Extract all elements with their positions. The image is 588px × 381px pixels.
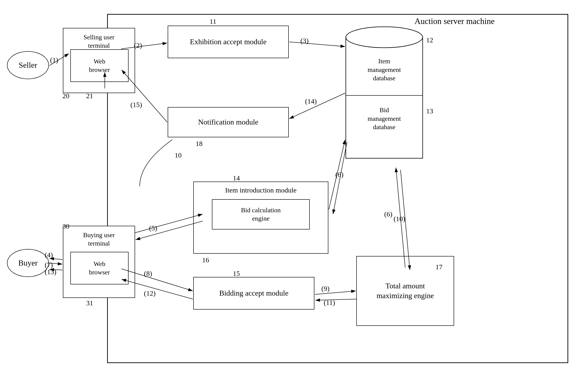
svg-line-37 bbox=[49, 270, 63, 270]
label-31: 31 bbox=[86, 299, 93, 307]
label-18: 18 bbox=[196, 140, 203, 148]
label-12: 12 bbox=[426, 36, 433, 44]
label-14: 14 bbox=[233, 174, 240, 182]
label-21: 21 bbox=[86, 92, 93, 100]
svg-point-1 bbox=[346, 27, 423, 48]
selling-terminal-box: Selling user terminal Web browser bbox=[63, 28, 135, 93]
exhibition-module: Exhibition accept module bbox=[168, 26, 289, 58]
database-cylinder: Item management database Bid management … bbox=[345, 23, 424, 163]
buyer-web-browser: Web browser bbox=[70, 252, 128, 284]
bid-db-label: Bid management database bbox=[352, 100, 417, 137]
buyer-ellipse: Buyer bbox=[7, 249, 49, 277]
diagram: Auction server machine Seller Selling us… bbox=[0, 0, 588, 381]
label-20: 20 bbox=[63, 92, 69, 100]
server-machine-box bbox=[107, 14, 568, 363]
label-13: 13 bbox=[426, 107, 433, 115]
svg-line-35 bbox=[49, 263, 63, 264]
seller-web-browser: Web browser bbox=[70, 49, 128, 82]
server-label: Auction server machine bbox=[415, 16, 495, 26]
label-15: 15 bbox=[233, 270, 240, 278]
label-16: 16 bbox=[202, 256, 209, 264]
label-17: 17 bbox=[436, 263, 442, 271]
seller-ellipse: Seller bbox=[7, 51, 49, 79]
label-11: 11 bbox=[210, 18, 216, 25]
label-30: 30 bbox=[63, 222, 69, 230]
label-10: 10 bbox=[175, 151, 182, 159]
buying-terminal-box: Buying user terminal Web browser bbox=[63, 226, 135, 298]
bidding-module: Bidding accept module bbox=[193, 277, 314, 310]
notification-module: Notification module bbox=[168, 107, 289, 137]
item-db-label: Item management database bbox=[352, 51, 417, 88]
bid-calc-engine: Bid calculation engine bbox=[212, 199, 310, 229]
item-intro-module: Item introduction module Bid calculation… bbox=[193, 181, 328, 254]
svg-line-33 bbox=[49, 258, 63, 260]
svg-text:(1): (1) bbox=[50, 56, 58, 64]
